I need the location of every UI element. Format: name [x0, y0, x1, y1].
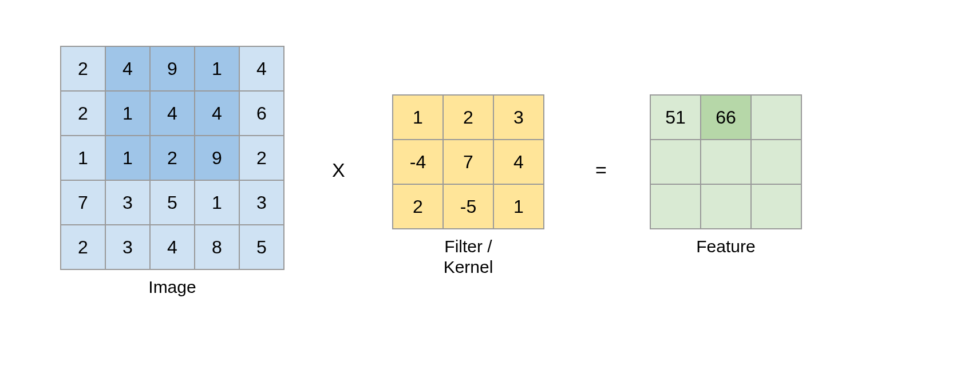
kernel-cell: 1 [493, 184, 544, 229]
feature-matrix: 5166 [650, 94, 802, 229]
image-cell: 3 [105, 225, 150, 269]
image-matrix: 2491421446112927351323485 [60, 46, 284, 270]
feature-cell: 51 [650, 95, 701, 140]
image-cell: 1 [105, 91, 150, 136]
multiply-operator: X [332, 159, 345, 181]
feature-label: Feature [696, 236, 755, 257]
kernel-cell: 3 [493, 95, 544, 140]
image-cell: 2 [61, 225, 105, 269]
image-cell: 1 [61, 136, 105, 180]
image-cell: 4 [150, 225, 195, 269]
image-cell: 8 [195, 225, 239, 269]
image-cell: 3 [239, 180, 284, 225]
convolution-diagram: 2491421446112927351323485 Image X 123-47… [0, 0, 980, 381]
image-cell: 4 [105, 46, 150, 91]
image-cell: 2 [239, 136, 284, 180]
image-cell: 5 [150, 180, 195, 225]
image-cell: 4 [150, 91, 195, 136]
image-cell: 7 [61, 180, 105, 225]
image-cell: 4 [239, 46, 284, 91]
image-cell: 6 [239, 91, 284, 136]
feature-cell [751, 95, 801, 140]
image-cell: 1 [195, 180, 239, 225]
kernel-cell: 4 [493, 140, 544, 184]
feature-cell: 66 [701, 95, 751, 140]
image-cell: 9 [150, 46, 195, 91]
image-cell: 1 [105, 136, 150, 180]
image-cell: 5 [239, 225, 284, 269]
kernel-block: 123-4742-51 Filter /Kernel [392, 94, 544, 277]
kernel-label: Filter /Kernel [444, 236, 493, 277]
feature-cell [751, 184, 801, 229]
kernel-matrix: 123-4742-51 [392, 94, 544, 229]
image-cell: 2 [150, 136, 195, 180]
feature-cell [701, 140, 751, 184]
kernel-cell: 2 [443, 95, 493, 140]
image-block: 2491421446112927351323485 Image [60, 46, 284, 297]
kernel-cell: 7 [443, 140, 493, 184]
image-cell: 9 [195, 136, 239, 180]
feature-cell [701, 184, 751, 229]
image-label: Image [148, 277, 196, 297]
feature-cell [751, 140, 801, 184]
image-cell: 4 [195, 91, 239, 136]
kernel-cell: 2 [393, 184, 443, 229]
kernel-cell: 1 [393, 95, 443, 140]
image-cell: 2 [61, 91, 105, 136]
image-cell: 1 [195, 46, 239, 91]
image-cell: 3 [105, 180, 150, 225]
equals-operator: = [595, 159, 607, 181]
kernel-cell: -5 [443, 184, 493, 229]
feature-cell [650, 140, 701, 184]
kernel-cell: -4 [393, 140, 443, 184]
feature-cell [650, 184, 701, 229]
image-cell: 2 [61, 46, 105, 91]
feature-block: 5166 Feature [650, 94, 802, 257]
